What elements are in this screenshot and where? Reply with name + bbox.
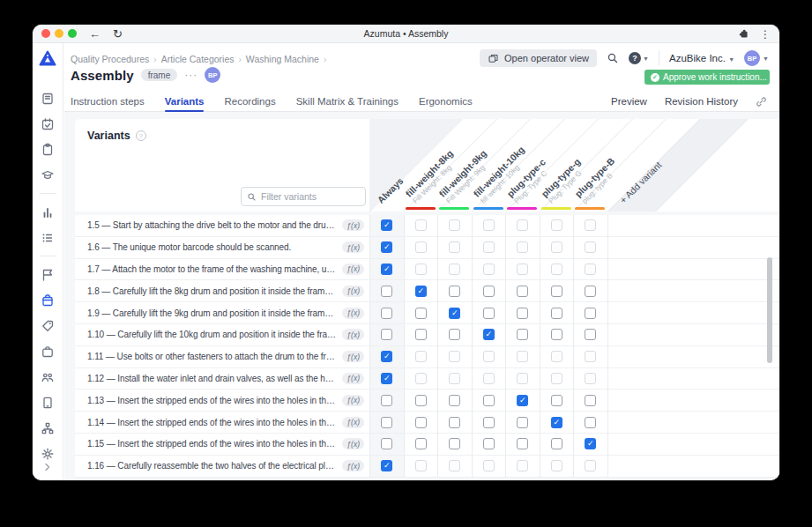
variant-checkbox-plug-type-c[interactable]: [517, 264, 528, 275]
variant-checkbox-fill-weight-10kg[interactable]: [483, 219, 495, 231]
user-menu[interactable]: BP ▼: [744, 50, 769, 66]
step-cell-1-13[interactable]: 1.13 — Insert the stripped ends of the w…: [75, 390, 369, 412]
variant-checkbox-fill-weight-10kg[interactable]: [483, 373, 495, 384]
browser-menu-icon[interactable]: ⋮: [760, 28, 771, 41]
variant-checkbox-fill-weight-8kg[interactable]: [415, 308, 427, 319]
variant-checkbox-fill-weight-9kg[interactable]: [449, 395, 460, 406]
variant-checkbox-fill-weight-8kg[interactable]: [415, 219, 427, 231]
breadcrumb-link-quality-procedures[interactable]: Quality Procedures: [71, 54, 149, 64]
formula-badge[interactable]: ƒ(x): [342, 264, 364, 275]
filter-variants-input[interactable]: [261, 191, 360, 202]
tab-revision-history[interactable]: Revision History: [665, 96, 738, 107]
formula-badge[interactable]: ƒ(x): [342, 329, 364, 340]
variant-checkbox-plug-type-g[interactable]: [551, 264, 562, 275]
variant-checkbox-always[interactable]: ✓: [381, 219, 392, 231]
variant-checkbox-fill-weight-8kg[interactable]: [415, 329, 427, 340]
variant-checkbox-plug-type-b[interactable]: [585, 395, 596, 406]
variant-checkbox-plug-type-g[interactable]: [551, 351, 562, 362]
variant-checkbox-fill-weight-10kg[interactable]: [483, 308, 495, 319]
variant-checkbox-plug-type-b[interactable]: [585, 219, 596, 231]
variant-checkbox-plug-type-c[interactable]: [517, 438, 528, 449]
formula-badge[interactable]: ƒ(x): [342, 219, 364, 231]
sidebar-item-graduation-cap[interactable]: [39, 167, 56, 182]
variant-checkbox-plug-type-g[interactable]: [551, 373, 562, 384]
variant-checkbox-plug-type-g[interactable]: [551, 395, 562, 406]
variant-checkbox-always[interactable]: [381, 395, 392, 406]
tab-instruction-steps[interactable]: Instruction steps: [71, 92, 145, 111]
variant-checkbox-fill-weight-8kg[interactable]: [415, 241, 427, 253]
sidebar-item-tag[interactable]: [39, 318, 56, 333]
variant-checkbox-always[interactable]: [381, 417, 392, 428]
variant-checkbox-plug-type-b[interactable]: [585, 286, 596, 297]
step-cell-1-10[interactable]: 1.10 — Carefully lift the 10kg drum and …: [75, 324, 369, 346]
variant-checkbox-plug-type-c[interactable]: [517, 460, 528, 471]
formula-badge[interactable]: ƒ(x): [342, 308, 364, 319]
variant-checkbox-always[interactable]: [381, 438, 392, 449]
variant-checkbox-always[interactable]: ✓: [381, 351, 392, 362]
variant-checkbox-plug-type-b[interactable]: [585, 241, 596, 253]
variant-checkbox-plug-type-g[interactable]: [551, 329, 562, 340]
variant-checkbox-fill-weight-10kg[interactable]: [483, 438, 495, 449]
tab-preview[interactable]: Preview: [611, 96, 647, 107]
sidebar-item-box[interactable]: [39, 293, 56, 308]
step-cell-1-7[interactable]: 1.7 — Attach the motor to the frame of t…: [75, 259, 369, 281]
help-menu[interactable]: ? ▼: [629, 52, 649, 64]
variant-checkbox-fill-weight-10kg[interactable]: [483, 264, 495, 275]
variant-checkbox-plug-type-g[interactable]: [551, 241, 562, 253]
variant-checkbox-plug-type-c[interactable]: [517, 417, 528, 428]
variant-checkbox-fill-weight-9kg[interactable]: [449, 219, 460, 231]
step-cell-1-14[interactable]: 1.14 — Insert the stripped ends of the w…: [75, 412, 369, 434]
formula-badge[interactable]: ƒ(x): [342, 460, 364, 471]
tab-ergonomics[interactable]: Ergonomics: [419, 92, 473, 111]
extensions-puzzle-icon[interactable]: [738, 28, 749, 40]
variant-checkbox-plug-type-g[interactable]: [551, 286, 562, 297]
formula-badge[interactable]: ƒ(x): [342, 241, 364, 253]
step-cell-1-11[interactable]: 1.11 — Use bolts or other fasteners to a…: [75, 346, 369, 368]
step-cell-1-12[interactable]: 1.12 — Install the water inlet and drain…: [75, 368, 369, 390]
variant-checkbox-always[interactable]: ✓: [381, 373, 392, 384]
step-cell-1-5[interactable]: 1.5 — Start by attaching the drive belt …: [75, 215, 369, 237]
variant-checkbox-always[interactable]: [381, 286, 392, 297]
variant-checkbox-fill-weight-9kg[interactable]: [449, 351, 460, 362]
sidebar-item-clipboard[interactable]: [39, 142, 56, 157]
variant-checkbox-fill-weight-9kg[interactable]: [449, 329, 460, 340]
variant-checkbox-plug-type-c[interactable]: [517, 329, 528, 340]
variant-checkbox-plug-type-c[interactable]: [517, 219, 528, 231]
variant-checkbox-fill-weight-8kg[interactable]: [415, 417, 427, 428]
variant-checkbox-always[interactable]: [381, 308, 392, 319]
variant-checkbox-fill-weight-9kg[interactable]: [449, 286, 460, 297]
formula-badge[interactable]: ƒ(x): [342, 286, 364, 297]
sidebar-item-sitemap[interactable]: [39, 420, 56, 435]
formula-badge[interactable]: ƒ(x): [342, 417, 364, 428]
variant-checkbox-fill-weight-9kg[interactable]: ✓: [449, 308, 460, 319]
tab-variants[interactable]: Variants: [165, 92, 205, 111]
variant-checkbox-plug-type-c[interactable]: [517, 373, 528, 384]
tab-recordings[interactable]: Recordings: [224, 92, 275, 111]
variant-checkbox-fill-weight-9kg[interactable]: [449, 241, 460, 253]
azumuta-logo[interactable]: [39, 50, 56, 70]
variant-checkbox-plug-type-g[interactable]: [551, 308, 562, 319]
vertical-scrollbar[interactable]: [767, 257, 772, 363]
variant-checkbox-fill-weight-10kg[interactable]: [483, 395, 495, 406]
variant-checkbox-fill-weight-10kg[interactable]: [483, 460, 495, 471]
step-cell-1-15[interactable]: 1.15 — Insert the stripped ends of the w…: [75, 434, 369, 456]
variant-checkbox-fill-weight-10kg[interactable]: [483, 417, 495, 428]
formula-badge[interactable]: ƒ(x): [342, 373, 364, 384]
share-link-icon[interactable]: [756, 96, 767, 108]
variant-checkbox-plug-type-b[interactable]: [585, 417, 596, 428]
variant-checkbox-plug-type-c[interactable]: [517, 308, 528, 319]
variant-checkbox-fill-weight-8kg[interactable]: ✓: [415, 286, 427, 297]
variant-checkbox-fill-weight-8kg[interactable]: [415, 351, 427, 362]
variant-checkbox-fill-weight-10kg[interactable]: [483, 241, 495, 253]
sidebar-item-gear[interactable]: [39, 446, 56, 461]
more-menu-icon[interactable]: ···: [184, 69, 197, 81]
breadcrumb-link-washing-machine[interactable]: Washing Machine: [246, 54, 319, 64]
variant-checkbox-plug-type-b[interactable]: [585, 308, 596, 319]
sidebar-item-tablet[interactable]: [39, 395, 56, 410]
formula-badge[interactable]: ƒ(x): [342, 351, 364, 362]
variant-checkbox-plug-type-c[interactable]: ✓: [517, 395, 528, 406]
variant-checkbox-always[interactable]: [381, 329, 392, 340]
tab-skill-matrix-trainings[interactable]: Skill Matrix & Trainings: [296, 92, 399, 111]
variant-checkbox-fill-weight-8kg[interactable]: [415, 264, 427, 275]
variant-checkbox-plug-type-c[interactable]: [517, 286, 528, 297]
